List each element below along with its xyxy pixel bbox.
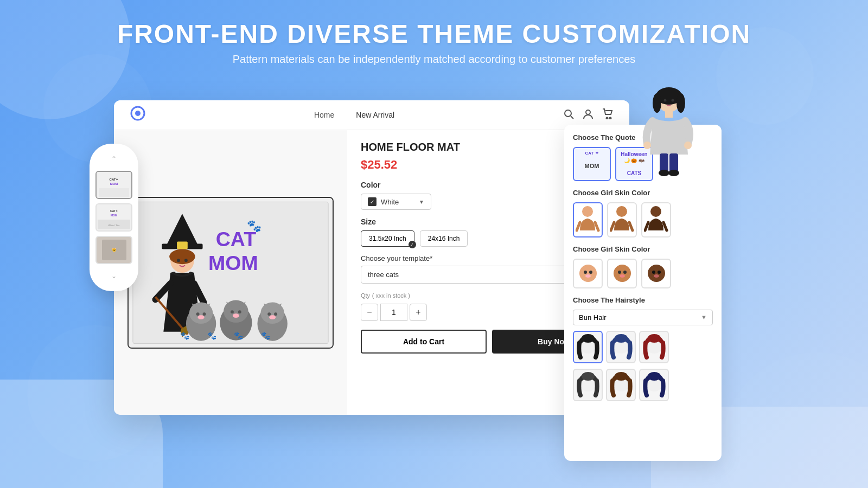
svg-rect-3 <box>99 188 129 197</box>
svg-text:🐾: 🐾 <box>180 331 190 340</box>
svg-point-17 <box>607 118 608 119</box>
svg-point-109 <box>659 170 669 176</box>
svg-point-75 <box>620 274 625 278</box>
svg-text:White / Title: White / Title <box>108 224 120 227</box>
hair-swatch-blue[interactable] <box>606 331 636 363</box>
svg-point-78 <box>658 271 661 274</box>
svg-point-46 <box>238 310 241 313</box>
svg-point-77 <box>652 271 655 274</box>
hair-swatch-darkblue[interactable] <box>639 369 669 401</box>
browser-window: Home New Arrival <box>114 100 629 415</box>
size-btn-2[interactable]: 24x16 Inch <box>420 230 468 247</box>
character-illustration <box>634 84 699 178</box>
svg-text:MOM: MOM <box>110 182 118 185</box>
svg-text:🐾: 🐾 <box>234 331 244 340</box>
svg-text:CAT✦: CAT✦ <box>110 178 119 181</box>
size-1-check: ✓ <box>409 241 416 248</box>
svg-point-27 <box>184 259 188 262</box>
thumbnail-3[interactable]: 🐱 <box>95 236 132 264</box>
face-swatch-2[interactable] <box>607 259 637 288</box>
skin-swatch-1[interactable] <box>573 202 603 237</box>
svg-point-52 <box>267 312 271 316</box>
hairstyle-section-title: Choose The Hairstyle <box>573 296 713 304</box>
size-1-label: 31.5x20 Inch <box>369 235 406 242</box>
svg-point-62 <box>616 206 627 217</box>
svg-rect-104 <box>665 111 673 118</box>
svg-point-74 <box>623 271 627 274</box>
svg-point-88 <box>648 334 661 343</box>
navbar-logo <box>130 106 145 124</box>
nav-home[interactable]: Home <box>314 111 334 119</box>
svg-point-54 <box>269 315 276 319</box>
svg-point-38 <box>196 312 200 316</box>
svg-point-101 <box>676 93 685 113</box>
hair-swatch-red[interactable] <box>639 331 669 363</box>
svg-line-67 <box>663 222 667 230</box>
hero-section: FRONT-END DIVERSE THEME CUSTOMIZATION Pa… <box>0 0 868 76</box>
user-icon[interactable] <box>583 108 593 121</box>
color-dropdown-arrow: ▼ <box>419 199 424 205</box>
svg-point-91 <box>582 372 595 381</box>
svg-text:🐾: 🐾 <box>261 331 271 340</box>
hair-swatch-dark[interactable] <box>573 331 603 363</box>
svg-point-100 <box>653 93 661 113</box>
hairstyle-dropdown-arrow: ▼ <box>701 314 707 320</box>
svg-point-13 <box>135 111 141 116</box>
svg-point-53 <box>274 312 277 316</box>
hairstyle-dropdown[interactable]: Bun Hair ▼ <box>573 310 713 325</box>
color-value: White <box>381 198 419 206</box>
quote-card-1[interactable]: CAT ✦MOM <box>573 147 611 181</box>
hair-swatch-dark2[interactable] <box>573 369 603 401</box>
thumbnail-2[interactable]: CAT✦ MOM White / Title <box>95 203 132 232</box>
svg-point-14 <box>565 110 571 117</box>
svg-point-94 <box>615 372 628 381</box>
skin-color-options <box>573 202 713 237</box>
face-swatch-3[interactable] <box>641 259 671 288</box>
color-selector[interactable]: White ▼ <box>361 194 431 210</box>
size-2-label: 24x16 Inch <box>428 235 460 242</box>
hair-swatch-brown[interactable] <box>606 369 636 401</box>
navbar: Home New Arrival <box>114 100 629 130</box>
hero-subtitle: Pattern materials can be independently m… <box>0 53 868 66</box>
navbar-links: Home New Arrival <box>314 111 394 119</box>
hair-options-row2 <box>573 369 713 401</box>
qty-increment-btn[interactable]: + <box>410 304 427 321</box>
svg-point-65 <box>650 206 661 217</box>
nav-new-arrival[interactable]: New Arrival <box>356 111 394 119</box>
svg-point-82 <box>582 334 595 343</box>
svg-point-71 <box>585 274 591 278</box>
svg-point-73 <box>618 271 621 274</box>
hairstyle-value: Bun Hair <box>579 313 607 322</box>
thumb-nav-down[interactable]: ⌄ <box>106 268 122 284</box>
svg-line-63 <box>611 222 614 230</box>
svg-point-59 <box>582 206 593 217</box>
cart-icon[interactable] <box>602 108 613 121</box>
svg-text:🐱: 🐱 <box>112 247 117 252</box>
skin-swatch-3[interactable] <box>641 202 671 237</box>
qty-input[interactable] <box>380 304 407 321</box>
svg-line-15 <box>571 116 573 119</box>
navbar-icons <box>563 108 613 121</box>
svg-point-16 <box>586 110 590 114</box>
thumbnail-1[interactable]: CAT✦ MOM <box>95 171 132 199</box>
skin-swatch-2[interactable] <box>607 202 637 237</box>
svg-rect-23 <box>177 241 188 249</box>
svg-point-105 <box>643 142 651 149</box>
face-swatch-1[interactable] <box>573 259 603 288</box>
svg-point-47 <box>233 313 239 318</box>
size-btn-1[interactable]: 31.5x20 Inch ✓ <box>361 230 414 247</box>
search-icon[interactable] <box>563 108 574 121</box>
add-to-cart-button[interactable]: Add to Cart <box>361 330 487 354</box>
svg-point-45 <box>231 310 234 313</box>
svg-line-61 <box>595 222 598 230</box>
thumb-nav-up[interactable]: ⌃ <box>106 151 122 166</box>
product-image-section: CAT 🐾 MOM <box>114 130 347 415</box>
svg-line-66 <box>645 222 648 230</box>
svg-line-64 <box>629 222 633 230</box>
svg-text:MOM: MOM <box>111 214 117 217</box>
svg-point-39 <box>203 312 206 316</box>
svg-point-72 <box>614 265 631 282</box>
svg-point-69 <box>584 271 587 274</box>
qty-decrement-btn[interactable]: − <box>361 304 378 321</box>
svg-point-70 <box>589 271 592 274</box>
